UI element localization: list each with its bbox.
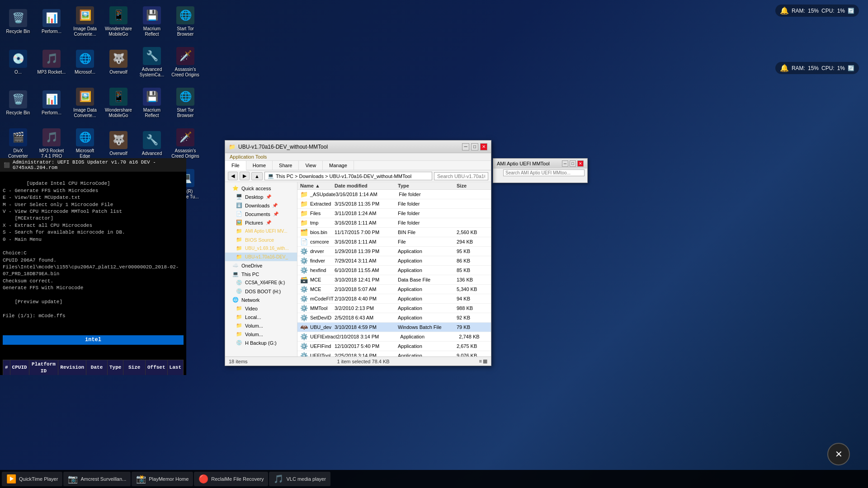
desktop-icon-wondershare[interactable]: 📱 Wondershare MobileGo: [102, 2, 135, 42]
desktop-icon-assassins2[interactable]: 🗡️ Assassin's Creed Origins: [169, 124, 202, 164]
cmd-content[interactable]: [Update Intel CPU MicroCode] C - Generat…: [0, 172, 186, 375]
nav-item-ami[interactable]: 📁 AMI Aptio UEFI MV...: [225, 227, 297, 235]
desktop-icon-macrium[interactable]: 💾 Macrium Reflect: [136, 2, 168, 42]
file-name: ⚙️ UEFITool: [300, 352, 335, 357]
taskbar-item-vlc[interactable]: 🎵 VLC media player: [269, 472, 330, 486]
file-row[interactable]: 🗃️ MCE 3/10/2018 12:41 PM Data Base File…: [297, 275, 491, 285]
desktop-icon-mp3rocket[interactable]: 🎵 MP3 Rocket...: [35, 42, 68, 82]
desktop-icon-macrium2[interactable]: 💾 Macrium Reflect: [136, 83, 168, 123]
secondary-search[interactable]: [503, 169, 585, 176]
nav-item-ubu170[interactable]: 📁 UBU-v1.70a16-DEV_: [225, 253, 297, 261]
desktop-icon-start-tor[interactable]: 🌐 Start Tor Browser: [169, 2, 202, 42]
nav-item-network[interactable]: 🌐 Network: [225, 296, 297, 304]
file-row[interactable]: ⚙️ mCodeFIT 2/10/2018 4:40 PM Applicatio…: [297, 294, 491, 304]
tab-manage[interactable]: Manage: [323, 161, 354, 170]
desktop-icon-edge[interactable]: 🌐 Microsof...: [69, 42, 101, 82]
file-row[interactable]: ⚙️ hexfind 6/10/2018 11:55 AM Applicatio…: [297, 266, 491, 275]
file-row[interactable]: 📁 Extracted 3/15/2018 11:35 PM File fold…: [297, 199, 491, 209]
file-row[interactable]: ⚙️ UEFITool 2/25/2018 3:14 PM Applicatio…: [297, 351, 491, 357]
view-toggle[interactable]: ≡ ▦: [479, 358, 487, 364]
desktop-icon-divx[interactable]: 🎬 DivX Converter: [2, 124, 34, 164]
file-row[interactable]: ⚙️ findver 7/29/2014 3:11 AM Application…: [297, 256, 491, 266]
x-button[interactable]: ✕: [827, 443, 850, 465]
col-type-header[interactable]: Type: [398, 183, 457, 188]
file-row-selected[interactable]: 🦇 UBU_dev 3/10/2018 4:59 PM Windows Batc…: [297, 323, 491, 332]
sec-minimize-btn[interactable]: ─: [562, 160, 568, 167]
win-controls: ─ □ ✕: [462, 143, 487, 150]
taskbar-item-reclaime[interactable]: 🔴 ReclaiMe File Recovery: [194, 472, 268, 486]
file-row[interactable]: ⚙️ MMTool 3/2/2010 2:13 PM Application 9…: [297, 304, 491, 313]
desktop-icon-wondershare2[interactable]: 📱 Wondershare MobileGo: [102, 83, 135, 123]
nav-item-documents[interactable]: 📄 Documents 📌: [225, 210, 297, 218]
file-row[interactable]: 📁 _ASUpdate 3/16/2018 1:14 AM File folde…: [297, 190, 491, 199]
col-date-header[interactable]: Date modified: [335, 183, 398, 188]
nav-item-downloads[interactable]: ⬇️ Downloads 📌: [225, 201, 297, 210]
file-row[interactable]: 📄 csmcore 3/16/2018 1:11 AM File 294 KB: [297, 237, 491, 247]
file-row[interactable]: ⚙️ MCE 2/10/2018 5:07 AM Application 5,3…: [297, 285, 491, 294]
desktop-icon-assassins[interactable]: 🗡️ Assassin's Creed Origins: [169, 42, 202, 82]
sec-maximize-btn[interactable]: □: [570, 160, 576, 167]
desktop-icon-image-data[interactable]: 🖼️ Image Data Converte...: [69, 2, 101, 42]
file-row[interactable]: 🗂️ bios.bin 11/17/2015 7:00 PM BIN File …: [297, 228, 491, 237]
taskbar-item-amcrest[interactable]: 📷 Amcrest Surveillan...: [63, 472, 131, 486]
forward-button[interactable]: ▶: [240, 172, 250, 180]
nav-item-ccsa[interactable]: 💿 CCSA_X64FRE (k:): [225, 278, 297, 287]
desktop-icon-start-tor2[interactable]: 🌐 Start Tor Browser: [169, 83, 202, 123]
nav-item-local[interactable]: 📁 Local...: [225, 313, 297, 321]
taskbar-item-quicktime[interactable]: ▶️ QuickTime Player: [2, 472, 62, 486]
file-row[interactable]: 📁 Files 3/11/2018 1:24 AM File folder: [297, 209, 491, 218]
nav-item-ubu169[interactable]: 📁 UBU_v1.69.16_with...: [225, 244, 297, 253]
sec-close-btn[interactable]: ✕: [577, 160, 584, 167]
tab-view[interactable]: View: [299, 161, 323, 170]
desktop-icon-edge2[interactable]: 🌐 Microsoft Edge: [69, 124, 101, 164]
amcrest-icon: 📷: [68, 474, 78, 484]
nav-item-desktop[interactable]: 🖥️ Desktop 📌: [225, 192, 297, 201]
desktop-icon-recycle-bin[interactable]: 🗑️ Recycle Bin: [2, 2, 34, 42]
file-row[interactable]: ⚙️ UEFIFind 12/10/2017 5:40 PM Applicati…: [297, 342, 491, 351]
desktop-icon-o[interactable]: 💿 O...: [2, 42, 34, 82]
nav-item-volum1[interactable]: 📁 Volum...: [225, 321, 297, 330]
search-input[interactable]: [434, 172, 488, 180]
tab-share[interactable]: Share: [273, 161, 299, 170]
up-button[interactable]: ▲: [251, 172, 263, 180]
desktop-icon-mp3rocket2[interactable]: 🎵 MP3 Rocket 7.4.1 PRO: [35, 124, 68, 164]
col-name-header[interactable]: Name ▲: [300, 183, 335, 188]
nav-item-pictures[interactable]: 🖼️ Pictures 📌: [225, 218, 297, 227]
desktop-icon-performance[interactable]: 📊 Perform...: [35, 2, 68, 42]
maximize-button[interactable]: □: [471, 143, 478, 150]
close-button[interactable]: ✕: [480, 143, 487, 150]
file-row[interactable]: 📁 tmp 3/16/2018 1:11 AM File folder: [297, 218, 491, 228]
refresh-icon-1[interactable]: 🔄: [848, 8, 854, 14]
back-button[interactable]: ◀: [228, 172, 238, 180]
desktop-icon-image-data2[interactable]: 🖼️ Image Data Converte...: [69, 83, 101, 123]
desktop-icon-advanced[interactable]: 🔧 Advanced SystemCa...: [136, 42, 168, 82]
file-row[interactable]: ⚙️ drvver 1/29/2018 11:39 PM Application…: [297, 247, 491, 256]
desktop-icon-advanced2[interactable]: 🔧 Advanced: [136, 124, 168, 164]
desktop-icon-overwolf[interactable]: 🐺 Overwolf: [102, 42, 135, 82]
file-row[interactable]: ⚙️ UEFIExtract 2/10/2018 3:14 PM Applica…: [297, 332, 491, 342]
desktop-icon-overwolf2[interactable]: 🐺 Overwolf: [102, 124, 135, 164]
tray-info-2[interactable]: 🔔 RAM: 15% CPU: 1% 🔄: [775, 62, 859, 74]
tab-file[interactable]: File: [225, 161, 246, 170]
nav-item-hbackup[interactable]: 💿 H Backup (G:): [225, 338, 297, 347]
detail-view-icon[interactable]: ▦: [483, 358, 487, 364]
col-size-header[interactable]: Size: [457, 183, 488, 188]
file-row[interactable]: ⚙️ SetDevID 2/5/2018 6:43 AM Application…: [297, 313, 491, 323]
nav-item-quick-access[interactable]: ⭐ Quick access: [225, 184, 297, 192]
minimize-button[interactable]: ─: [462, 143, 469, 150]
nav-item-bios[interactable]: 📁 BIOS Source: [225, 235, 297, 244]
nav-item-onedrive[interactable]: ☁️ OneDrive: [225, 261, 297, 270]
list-view-icon[interactable]: ≡: [479, 358, 482, 364]
file-name: 📄 csmcore: [300, 238, 335, 245]
taskbar-item-playmemories[interactable]: 📸 PlayMemor Home: [132, 472, 193, 486]
tray-info-1[interactable]: 🔔 RAM: 15% CPU: 1% 🔄: [775, 5, 859, 17]
desktop-icon-performance2[interactable]: 📊 Perform...: [35, 83, 68, 123]
nav-item-dos-boot[interactable]: 💿 DOS BOOT (H:): [225, 287, 297, 296]
nav-item-video[interactable]: 📁 Video: [225, 304, 297, 313]
refresh-icon-2[interactable]: 🔄: [848, 65, 854, 71]
address-bar[interactable]: 💻 This PC > Downloads > UBU-v1.70a16-DEV…: [264, 172, 432, 180]
nav-item-volum2[interactable]: 📁 Volum...: [225, 330, 297, 338]
desktop-icon-recycle-bin2[interactable]: 🗑️ Recycle Bin: [2, 83, 34, 123]
nav-item-this-pc[interactable]: 💻 This PC: [225, 270, 297, 278]
tab-home[interactable]: Home: [246, 161, 273, 170]
